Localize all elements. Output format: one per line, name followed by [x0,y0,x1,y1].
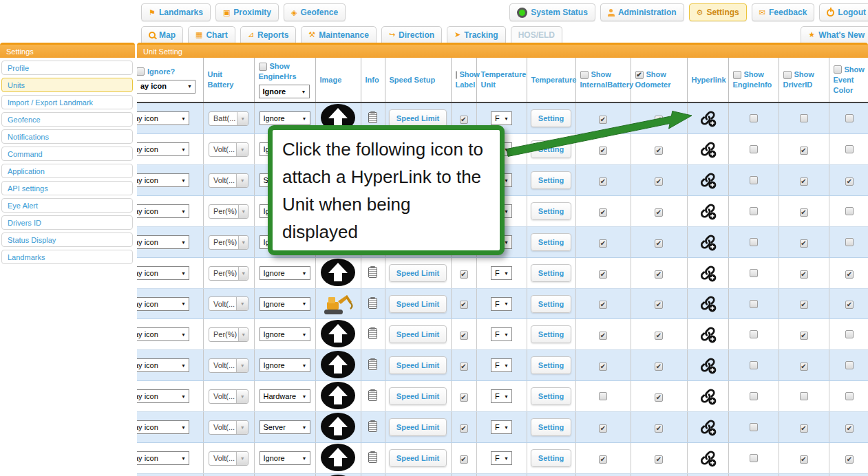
unit-image-arrow-up[interactable] [320,280,356,288]
unit-image-arrow-up[interactable] [320,372,356,380]
enginehrs-dropdown[interactable]: Ignore▼ [260,266,310,280]
unit-image-arrow-up[interactable] [320,341,356,349]
notes-icon[interactable] [368,112,377,123]
battery-dropdown[interactable]: Batt(...▼ [209,111,248,126]
show-label-checkbox[interactable] [460,363,468,371]
ignore-dropdown[interactable]: ay icon▼ [137,235,189,249]
temp-unit-dropdown[interactable]: F▼ [491,327,512,341]
odometer-checkbox[interactable] [655,177,663,186]
temperature-setting-button[interactable]: Setting [531,356,571,374]
driverid-checkbox[interactable] [800,363,808,371]
ignore-dropdown[interactable]: ay icon▼ [137,451,189,465]
enginehrs-dropdown[interactable]: Ignore▼ [260,358,310,372]
enginehrs-dropdown[interactable]: Hardware▼ [260,389,310,403]
show-label-checkbox[interactable] [460,424,468,433]
engineinfo-checkbox[interactable] [750,176,758,184]
temp-unit-dropdown[interactable]: F▼ [491,420,512,434]
nav-system-status[interactable]: System Status [509,3,595,21]
header-checkbox-ignore[interactable] [137,67,145,76]
engineinfo-checkbox[interactable] [750,114,758,122]
header-dropdown-show_enginehrs[interactable]: Ignore▼ [259,85,310,98]
show-label-checkbox[interactable] [460,301,468,309]
unit-image-arrow-up[interactable] [320,434,356,442]
ignore-dropdown[interactable]: ay icon▼ [137,111,189,125]
hyperlink-add-icon[interactable] [699,367,717,376]
engineinfo-checkbox[interactable] [750,454,758,462]
battery-dropdown[interactable]: Volt(...▼ [209,358,248,373]
nav-feedback[interactable]: ✉Feedback [752,3,815,21]
unit-image-arrow-up[interactable] [320,403,356,411]
show-label-checkbox[interactable] [460,393,468,402]
eventcolor-checkbox[interactable] [845,238,854,246]
engineinfo-checkbox[interactable] [750,145,758,153]
driverid-checkbox[interactable] [800,114,808,122]
enginehrs-dropdown[interactable]: Ignore▼ [260,297,310,311]
nav-tracking[interactable]: ➤Tracking [447,26,506,43]
notes-icon[interactable] [368,328,377,339]
eventcolor-checkbox[interactable] [845,270,854,279]
ignore-dropdown[interactable]: ay icon▼ [137,420,189,434]
header-dropdown-ignore[interactable]: ay icon▼ [137,80,195,94]
engineinfo-checkbox[interactable] [750,423,758,431]
driverid-checkbox[interactable] [800,392,808,400]
ignore-dropdown[interactable]: ay icon▼ [137,389,189,403]
temperature-setting-button[interactable]: Setting [531,264,571,282]
hyperlink-add-icon[interactable] [699,244,717,252]
battery-dropdown[interactable]: Volt(...▼ [209,451,248,466]
driverid-checkbox[interactable] [800,270,808,279]
sidebar-item-command[interactable]: Command [1,147,133,161]
speed-limit-button[interactable]: Speed Limit [389,264,447,282]
nav-maintenance[interactable]: ⚒Maintenance [301,26,377,43]
temp-unit-dropdown[interactable]: F▼ [491,358,512,372]
hyperlink-add-icon[interactable] [699,182,717,191]
sidebar-item-import-export-landmark[interactable]: Import / Export Landmark [1,95,133,109]
temperature-setting-button[interactable]: Setting [531,233,571,251]
sidebar-item-application[interactable]: Application [1,164,133,178]
notes-icon[interactable] [368,421,377,432]
hyperlink-add-icon[interactable] [699,336,717,345]
eventcolor-checkbox[interactable] [845,392,854,400]
internalbattery-checkbox[interactable] [599,239,607,248]
nav-what-s-new[interactable]: ★What's New [801,26,868,43]
hyperlink-add-icon[interactable] [699,398,717,407]
nav-direction[interactable]: ↪Direction [381,26,442,43]
notes-icon[interactable] [368,452,377,463]
unit-image-excavator[interactable] [322,308,354,316]
ignore-dropdown[interactable]: ay icon▼ [137,297,189,311]
ignore-dropdown[interactable]: ay icon▼ [137,266,189,280]
eventcolor-checkbox[interactable] [845,455,854,464]
engineinfo-checkbox[interactable] [750,392,758,400]
odometer-checkbox[interactable] [655,455,663,464]
temp-unit-dropdown[interactable]: F▼ [491,451,512,465]
temperature-setting-button[interactable]: Setting [531,295,571,313]
header-checkbox-show_odometer[interactable] [635,71,644,79]
notes-icon[interactable] [368,390,377,401]
ignore-dropdown[interactable]: ay icon▼ [137,204,189,218]
driverid-checkbox[interactable] [800,147,808,155]
sidebar-item-eye-alert[interactable]: Eye Alert [1,198,133,213]
battery-dropdown[interactable]: Per(%)▼ [209,266,248,281]
hyperlink-add-icon[interactable] [699,460,717,468]
hyperlink-add-icon[interactable] [699,275,717,283]
internalbattery-checkbox[interactable] [599,332,607,340]
internalbattery-checkbox[interactable] [599,424,607,433]
ignore-dropdown[interactable]: ay icon▼ [137,142,189,156]
hyperlink-add-icon[interactable] [699,429,717,437]
odometer-checkbox[interactable] [655,393,663,402]
engineinfo-checkbox[interactable] [750,207,758,215]
sidebar-item-units[interactable]: Units [1,78,133,92]
show-label-checkbox[interactable] [460,116,468,124]
sidebar-item-api-settings[interactable]: API settings [1,181,133,195]
sidebar-item-profile[interactable]: Profile [1,61,133,75]
temp-unit-dropdown[interactable]: F▼ [491,389,512,403]
notes-icon[interactable] [368,298,377,309]
odometer-checkbox[interactable] [655,301,663,309]
driverid-checkbox[interactable] [800,301,808,309]
header-checkbox-show_driverid[interactable] [783,71,792,79]
internalbattery-checkbox[interactable] [599,208,607,217]
engineinfo-checkbox[interactable] [750,269,758,277]
battery-dropdown[interactable]: Volt(...▼ [209,296,248,311]
nav-administration[interactable]: Administration [600,3,684,21]
driverid-checkbox[interactable] [800,239,808,248]
odometer-checkbox[interactable] [655,363,663,371]
